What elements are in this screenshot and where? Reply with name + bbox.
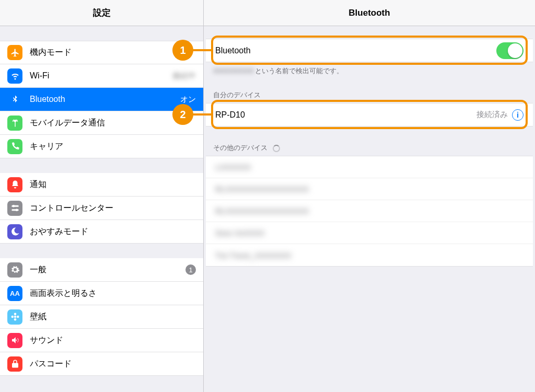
sidebar-item-label: 壁紙 <box>30 312 196 322</box>
sidebar-item-label: Wi-Fi <box>30 71 172 80</box>
other-device-name: LXXXXXX <box>215 163 251 171</box>
sidebar-item-passcode[interactable]: パスコード <box>0 352 203 376</box>
svg-point-4 <box>14 316 16 318</box>
other-device-name: RLXXXXXXXXXXXXXXXX <box>215 206 309 215</box>
svg-point-6 <box>14 318 16 321</box>
other-device-name: Txx Txxxx_XXXXXXX <box>215 251 292 260</box>
flower-icon <box>7 309 22 325</box>
badge-count: 1 <box>185 264 196 275</box>
moon-icon <box>7 224 22 239</box>
discoverable-caption: XXXXXXXXXという名前で検出可能です。 <box>204 62 535 76</box>
gear-icon <box>7 262 22 278</box>
annotation-callout-1: 1 <box>172 40 193 61</box>
wifi-icon <box>7 68 22 84</box>
svg-point-7 <box>11 316 14 318</box>
sidebar-item-label: 機内モード <box>30 47 196 58</box>
sidebar-item-label: Bluetooth <box>30 95 180 104</box>
other-device-row[interactable]: LXXXXXX <box>206 156 533 178</box>
sidebar-item-label: パスコード <box>30 359 196 370</box>
sidebar-item-notifications[interactable]: 通知 <box>0 173 203 197</box>
sidebar-item-wifi[interactable]: Wi-Fi接続中 <box>0 64 203 88</box>
sidebar-item-bluetooth[interactable]: Bluetoothオン <box>0 88 203 111</box>
sidebar-item-label: コントロールセンター <box>30 203 196 214</box>
detail-pane: Bluetooth 1 Bluetooth XXXXXXXXXという名前で検出可… <box>204 0 535 392</box>
speaker-icon <box>7 333 22 348</box>
bell-icon <box>7 177 22 192</box>
sidebar-item-label: サウンド <box>30 335 196 346</box>
my-device-row[interactable]: RP-D10 接続済み i <box>206 103 533 126</box>
sidebar-item-label: おやすみモード <box>30 226 196 237</box>
my-device-status: 接続済み <box>476 110 508 120</box>
lock-icon <box>7 356 22 372</box>
sidebar-item-value: 接続中 <box>172 71 196 81</box>
sidebar-item-label: モバイルデータ通信 <box>30 118 196 129</box>
svg-point-3 <box>15 209 18 212</box>
other-device-row[interactable]: RLXXXXXXXXXXXXXXXX <box>206 200 533 222</box>
sidebar-item-sounds[interactable]: サウンド <box>0 329 203 352</box>
other-device-row[interactable]: Sxxx XxXXXX <box>206 222 533 244</box>
bluetooth-toggle-switch[interactable] <box>496 42 524 59</box>
svg-point-8 <box>17 316 19 318</box>
sidebar-title: 設定 <box>0 0 203 26</box>
plane-icon <box>7 45 22 60</box>
spinner-icon <box>273 145 280 152</box>
detail-title: Bluetooth <box>204 0 535 26</box>
info-icon[interactable]: i <box>512 109 524 121</box>
switches-icon <box>7 201 22 216</box>
other-device-name: Sxxx XxXXXX <box>215 228 264 237</box>
sidebar-item-display[interactable]: AA画面表示と明るさ <box>0 282 203 305</box>
antenna-icon <box>7 116 22 131</box>
other-device-row[interactable]: RLXXXXXXXXXXXXXXXX <box>206 178 533 200</box>
sidebar-item-label: 通知 <box>30 179 196 190</box>
sidebar-item-label: 一般 <box>30 264 185 275</box>
other-devices-list: LXXXXXXRLXXXXXXXXXXXXXXXXRLXXXXXXXXXXXXX… <box>206 156 533 267</box>
sidebar-item-controlcenter[interactable]: コントロールセンター <box>0 197 203 220</box>
sidebar-item-carrier[interactable]: キャリア <box>0 135 203 158</box>
bt-icon <box>7 92 22 107</box>
svg-point-5 <box>14 313 16 316</box>
sidebar-item-value: オン <box>180 95 196 105</box>
sidebar-item-dnd[interactable]: おやすみモード <box>0 220 203 244</box>
my-devices-label: 自分のデバイス <box>204 87 535 103</box>
settings-sidebar: 設定 機内モードWi-Fi接続中Bluetoothオンモバイルデータ通信キャリア… <box>0 0 204 392</box>
bluetooth-toggle-label: Bluetooth <box>215 46 496 55</box>
phone-icon <box>7 139 22 154</box>
annotation-callout-2: 2 <box>172 104 193 125</box>
sidebar-item-label: キャリア <box>30 141 196 152</box>
aa-icon: AA <box>7 286 22 301</box>
bluetooth-toggle-row[interactable]: Bluetooth <box>206 39 533 62</box>
sidebar-item-wallpaper[interactable]: 壁紙 <box>0 305 203 329</box>
my-device-name: RP-D10 <box>215 110 476 120</box>
other-device-row[interactable]: Txx Txxxx_XXXXXXX <box>206 244 533 266</box>
sidebar-item-general[interactable]: 一般1 <box>0 258 203 282</box>
other-devices-label: その他のデバイス <box>204 140 535 156</box>
other-device-name: RLXXXXXXXXXXXXXXXX <box>215 185 309 193</box>
svg-point-2 <box>12 205 15 207</box>
sidebar-item-label: 画面表示と明るさ <box>30 288 196 299</box>
